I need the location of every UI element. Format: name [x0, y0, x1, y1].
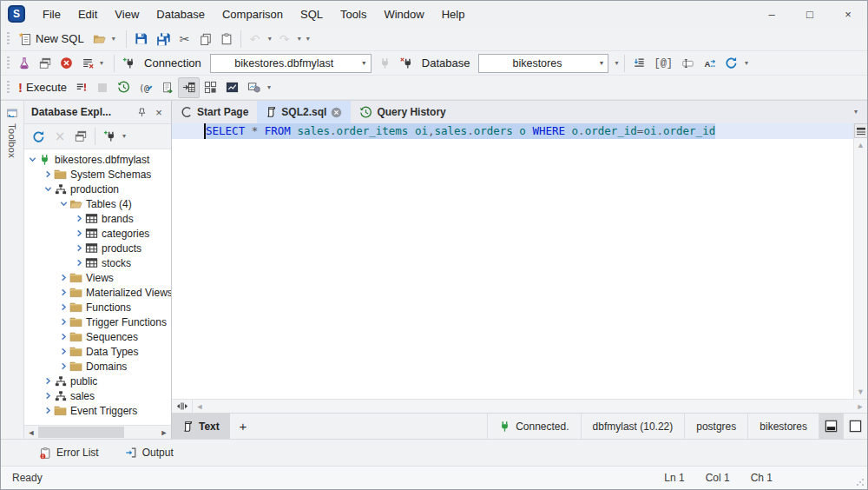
- editor-hscrollbar[interactable]: ◄ ►: [172, 399, 867, 413]
- copy-button[interactable]: [195, 29, 216, 50]
- undo-button[interactable]: ↶: [245, 29, 266, 50]
- scroll-track[interactable]: [207, 400, 853, 413]
- tree-item-products[interactable]: products: [24, 241, 171, 255]
- menu-comparison[interactable]: Comparison: [214, 1, 292, 27]
- tree-item-stocks[interactable]: stocks: [24, 255, 171, 270]
- open-dropdown-icon[interactable]: ▾: [109, 36, 118, 43]
- scroll-thumb[interactable]: [38, 427, 124, 438]
- combo-dropdown-icon[interactable]: ▾: [358, 59, 371, 67]
- scroll-track[interactable]: [38, 426, 157, 439]
- database-segment[interactable]: bikestores: [747, 414, 819, 439]
- chevron-right-icon[interactable]: [59, 274, 69, 281]
- stop-button[interactable]: [92, 77, 113, 98]
- chevron-right-icon[interactable]: [59, 348, 69, 355]
- explorer-refresh-button[interactable]: [28, 126, 49, 147]
- tree-item-event-triggers[interactable]: Event Triggers: [24, 403, 171, 418]
- user-segment[interactable]: postgres: [684, 414, 747, 439]
- toolbar-overflow-icon[interactable]: ▾: [742, 60, 751, 67]
- chevron-right-icon[interactable]: [43, 170, 53, 178]
- clear-list-dropdown-icon[interactable]: ▾: [97, 60, 106, 67]
- results-to-grid-button[interactable]: [178, 77, 200, 98]
- error-list-button[interactable]: Error List: [39, 447, 99, 460]
- new-sql-button[interactable]: New SQL: [14, 29, 89, 50]
- chevron-right-icon[interactable]: [59, 362, 69, 370]
- disconnect-button[interactable]: [396, 53, 417, 74]
- full-results-view-button[interactable]: [843, 414, 867, 439]
- explorer-clear-button[interactable]: ×: [49, 126, 70, 147]
- edit-parameters-button[interactable]: (@: [135, 77, 157, 98]
- goto-line-button[interactable]: [628, 53, 649, 74]
- query-history-button[interactable]: [113, 77, 135, 98]
- scroll-up-icon[interactable]: ▲: [857, 138, 865, 152]
- chevron-down-icon[interactable]: [43, 185, 53, 193]
- maximize-button[interactable]: □: [791, 1, 829, 27]
- tabbar-overflow-button[interactable]: ▾: [845, 101, 867, 123]
- clear-list-button[interactable]: ▾: [77, 53, 110, 74]
- database-dropdown-icon[interactable]: ▾: [612, 60, 621, 67]
- cut-button[interactable]: ✂: [174, 29, 195, 50]
- split-view-button[interactable]: [172, 400, 193, 413]
- explorer-windows-button[interactable]: [70, 126, 91, 147]
- execute-to-file-button[interactable]: [157, 77, 178, 98]
- tree-item-materialized-views[interactable]: Materialized Views: [24, 285, 171, 300]
- format-case-button[interactable]: A: [699, 53, 720, 74]
- stop-error-button[interactable]: [56, 53, 77, 74]
- open-file-button[interactable]: ▾: [89, 29, 122, 50]
- tab-query-history[interactable]: Query History: [351, 101, 454, 123]
- explorer-overflow-icon[interactable]: ▾: [120, 133, 128, 140]
- chevron-right-icon[interactable]: [59, 288, 69, 296]
- layout-button[interactable]: [200, 77, 221, 98]
- explorer-hscrollbar[interactable]: ◄ ►: [24, 425, 171, 439]
- redo-button[interactable]: ↷: [274, 29, 295, 50]
- menu-file[interactable]: File: [34, 1, 69, 27]
- menu-database[interactable]: Database: [148, 1, 214, 27]
- combo-dropdown-icon[interactable]: ▾: [595, 59, 608, 67]
- tree-item-views[interactable]: Views: [24, 270, 171, 285]
- debug-button[interactable]: [14, 53, 35, 74]
- paste-button[interactable]: [216, 29, 237, 50]
- server-segment[interactable]: dbfmylast (10.22): [581, 414, 685, 439]
- tree-item-brands[interactable]: brands: [24, 211, 171, 226]
- tree-item-bikestores-dbfmylast[interactable]: bikestores.dbfmylast: [24, 152, 171, 167]
- toolbox-tab[interactable]: Toolbox: [6, 107, 18, 158]
- menu-help[interactable]: Help: [433, 1, 474, 27]
- chevron-right-icon[interactable]: [59, 303, 69, 311]
- scroll-right-icon[interactable]: ►: [853, 402, 867, 411]
- panel-close-button[interactable]: ×: [150, 103, 168, 121]
- tab-sql2-sql[interactable]: SQL2.sql: [257, 101, 351, 123]
- tree-item-tables-4[interactable]: Tables (4): [24, 196, 171, 211]
- menu-sql[interactable]: SQL: [292, 1, 332, 27]
- output-button[interactable]: Output: [125, 447, 174, 459]
- menu-tools[interactable]: Tools: [332, 1, 375, 27]
- undo-dropdown-icon[interactable]: ▾: [266, 36, 274, 43]
- windows-button[interactable]: [35, 53, 56, 74]
- scroll-right-icon[interactable]: ►: [157, 428, 171, 437]
- editor-vscrollbar[interactable]: ▲ ▼: [853, 123, 867, 399]
- connect-button[interactable]: [375, 53, 396, 74]
- execute-script-button[interactable]: [71, 77, 92, 98]
- tree-item-categories[interactable]: categories: [24, 226, 171, 241]
- connection-combobox[interactable]: bikestores.dbfmylast ▾: [210, 54, 372, 73]
- query-profiler-button[interactable]: [221, 77, 243, 98]
- explorer-new-connection-button[interactable]: [99, 126, 120, 147]
- chevron-right-icon[interactable]: [43, 407, 53, 414]
- split-results-view-button[interactable]: [819, 414, 843, 439]
- tree-item-public[interactable]: public: [24, 374, 171, 388]
- refresh-button[interactable]: [720, 53, 742, 74]
- tree-item-sales[interactable]: sales: [24, 388, 171, 403]
- tab-start-page[interactable]: Start Page: [172, 101, 257, 123]
- code-area[interactable]: SELECT * FROM sales.order_items oi,sales…: [172, 123, 853, 399]
- tab-close-icon[interactable]: [331, 107, 342, 118]
- close-button[interactable]: ×: [829, 1, 867, 27]
- chevron-right-icon[interactable]: [59, 333, 69, 341]
- save-all-button[interactable]: [152, 29, 174, 50]
- document-map-button[interactable]: [854, 123, 868, 138]
- chevron-right-icon[interactable]: [59, 318, 69, 326]
- tree-item-domains[interactable]: Domains: [24, 359, 171, 374]
- menu-view[interactable]: View: [106, 1, 148, 27]
- sql-editor[interactable]: SELECT * FROM sales.order_items oi,sales…: [172, 123, 867, 399]
- text-result-tab[interactable]: Text: [172, 414, 230, 439]
- chevron-right-icon[interactable]: [43, 392, 53, 400]
- pivot-button[interactable]: [243, 77, 265, 98]
- menu-window[interactable]: Window: [375, 1, 432, 27]
